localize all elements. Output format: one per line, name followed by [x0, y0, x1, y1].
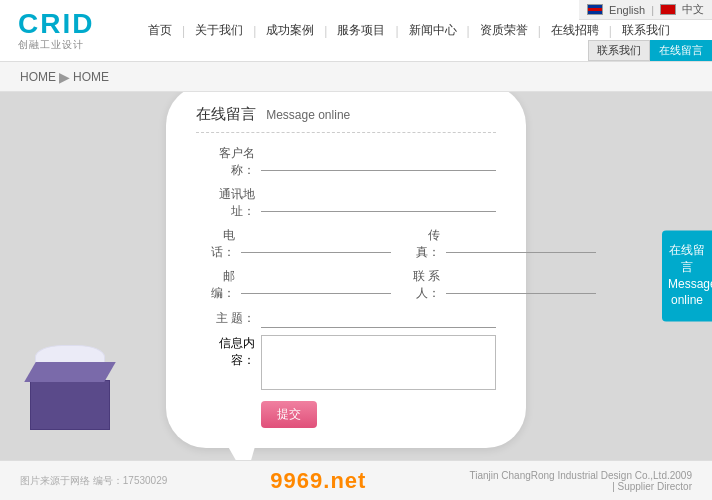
- footer: 图片来源于网络 编号：17530029 9969.net Tianjin Cha…: [0, 460, 712, 500]
- phone-label: 电 话：: [196, 227, 241, 261]
- field-subject: 主 题：: [196, 309, 496, 328]
- nav-about[interactable]: 关于我们: [187, 18, 251, 43]
- field-address: 通讯地址：: [196, 186, 496, 220]
- message-label: 信息内容：: [196, 335, 261, 369]
- footer-watermark: 图片来源于网络 编号：17530029: [20, 474, 167, 488]
- nav-cases[interactable]: 成功案例: [258, 18, 322, 43]
- contact-bar: 联系我们 在线留言: [588, 40, 712, 61]
- field-zip-contact: 邮 编： 联 系 人：: [196, 268, 496, 302]
- message-form-bubble: 在线留言 Message online 客户名称： 通讯地址： 电 话： 传 真…: [166, 92, 526, 448]
- box-front: [30, 380, 110, 430]
- main-content: 在线留言 Message online 客户名称： 通讯地址： 电 话： 传 真…: [0, 92, 712, 460]
- field-message: 信息内容：: [196, 335, 496, 390]
- zipcode-input[interactable]: [241, 275, 391, 294]
- flag-cn: [660, 4, 676, 15]
- contact-input[interactable]: [446, 275, 596, 294]
- flag-en: [587, 4, 603, 15]
- breadcrumb: HOME ▶ HOME: [0, 62, 712, 92]
- lang-cn-label[interactable]: 中文: [682, 2, 704, 17]
- nav-news[interactable]: 新闻中心: [401, 18, 465, 43]
- field-customer-name: 客户名称：: [196, 145, 496, 179]
- fax-label: 传 真：: [401, 227, 446, 261]
- header: CRID 创融工业设计 首页 | 关于我们 | 成功案例 | 服务项目 | 新闻…: [0, 0, 712, 62]
- nav-honors[interactable]: 资质荣誉: [472, 18, 536, 43]
- lang-sep: |: [651, 4, 654, 16]
- subject-label: 主 题：: [196, 310, 261, 327]
- box-top: [24, 362, 116, 382]
- side-tab-line2: Message: [668, 277, 712, 291]
- online-message-btn[interactable]: 在线留言: [650, 40, 712, 61]
- field-fax: 传 真：: [401, 227, 596, 261]
- side-tab-line1: 在线留言: [669, 243, 705, 274]
- submit-button[interactable]: 提交: [261, 401, 317, 428]
- box-illustration: [20, 360, 140, 450]
- box-3d: [20, 360, 120, 430]
- footer-copy-line1: Tianjin ChangRong Industrial Design Co.,…: [469, 470, 692, 481]
- form-title-cn: 在线留言: [196, 105, 256, 122]
- logo-crid[interactable]: CRID: [18, 10, 130, 38]
- zipcode-label: 邮 编：: [196, 268, 241, 302]
- lang-bar: English | 中文: [579, 0, 712, 20]
- contact-label: 联 系 人：: [401, 268, 446, 302]
- nav-services[interactable]: 服务项目: [329, 18, 393, 43]
- field-phone: 电 话：: [196, 227, 391, 261]
- message-textarea[interactable]: [261, 335, 496, 390]
- address-label: 通讯地址：: [196, 186, 261, 220]
- phone-input[interactable]: [241, 234, 391, 253]
- breadcrumb-arrow: ▶: [59, 69, 70, 85]
- logo-sub: 创融工业设计: [18, 38, 130, 52]
- nav-home[interactable]: 首页: [140, 18, 180, 43]
- footer-brand: 9969.net: [270, 468, 366, 494]
- fax-input[interactable]: [446, 234, 596, 253]
- field-phone-fax: 电 话： 传 真：: [196, 227, 496, 261]
- field-contact: 联 系 人：: [401, 268, 596, 302]
- home-label[interactable]: HOME: [20, 70, 56, 84]
- contact-btn[interactable]: 联系我们: [588, 40, 650, 61]
- footer-copy: Tianjin ChangRong Industrial Design Co.,…: [469, 470, 692, 492]
- form-title: 在线留言 Message online: [196, 105, 496, 133]
- breadcrumb-current: HOME: [73, 70, 109, 84]
- subject-input[interactable]: [261, 309, 496, 328]
- field-zipcode: 邮 编：: [196, 268, 391, 302]
- side-message-tab[interactable]: 在线留言 Message online: [662, 230, 712, 321]
- logo-area: CRID 创融工业设计: [0, 10, 130, 52]
- footer-copy-line2: | Supplier Director: [612, 481, 692, 492]
- breadcrumb-home: HOME ▶ HOME: [20, 69, 109, 85]
- side-tab-line3: online: [671, 294, 703, 308]
- lang-en-label[interactable]: English: [609, 4, 645, 16]
- address-input[interactable]: [261, 193, 496, 212]
- form-title-en: Message online: [266, 108, 350, 122]
- customer-name-label: 客户名称：: [196, 145, 261, 179]
- customer-name-input[interactable]: [261, 152, 496, 171]
